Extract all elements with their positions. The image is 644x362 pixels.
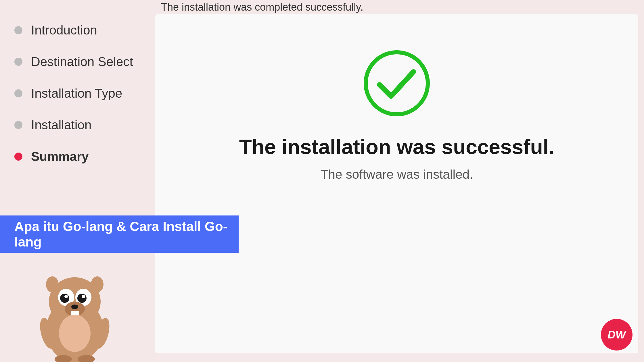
banner: Apa itu Go-lang & Cara Install Go-lang: [0, 215, 239, 253]
steps-list: Introduction Destination Select Installa…: [14, 23, 150, 164]
step-label-introduction: Introduction: [31, 23, 97, 37]
success-title: The installation was successful.: [239, 135, 554, 159]
svg-point-12: [46, 276, 59, 292]
svg-point-6: [64, 295, 68, 298]
svg-point-4: [60, 294, 69, 303]
top-message: The installation was completed successfu…: [161, 1, 363, 13]
svg-point-5: [77, 294, 87, 303]
gopher-illustration: [29, 264, 121, 362]
step-label-summary: Summary: [31, 149, 89, 164]
success-subtitle: The software was installed.: [321, 167, 473, 182]
step-dot-summary: [14, 153, 22, 161]
svg-point-7: [82, 295, 85, 298]
step-dot-installation-type: [14, 89, 22, 97]
success-icon-container: [362, 49, 431, 118]
step-dot-installation: [14, 121, 22, 129]
step-dot-introduction: [14, 26, 22, 34]
step-label-installation-type: Installation Type: [31, 86, 122, 101]
step-summary: Summary: [14, 149, 150, 164]
svg-point-13: [91, 276, 103, 292]
svg-point-9: [71, 305, 78, 309]
gopher-area: [0, 253, 150, 362]
step-destination-select: Destination Select: [14, 55, 150, 69]
dw-badge-text: DW: [607, 329, 626, 341]
svg-point-18: [59, 315, 91, 352]
step-dot-destination-select: [14, 58, 22, 66]
svg-point-19: [366, 52, 428, 114]
step-label-destination-select: Destination Select: [31, 55, 133, 69]
banner-text: Apa itu Go-lang & Cara Install Go-lang: [14, 219, 239, 250]
success-checkmark-icon: [362, 49, 431, 118]
main-panel: The installation was successful. The sof…: [155, 14, 638, 353]
dw-badge: DW: [601, 319, 632, 351]
step-introduction: Introduction: [14, 23, 150, 37]
step-label-installation: Installation: [31, 118, 91, 132]
step-installation: Installation: [14, 118, 150, 132]
step-installation-type: Installation Type: [14, 86, 150, 101]
